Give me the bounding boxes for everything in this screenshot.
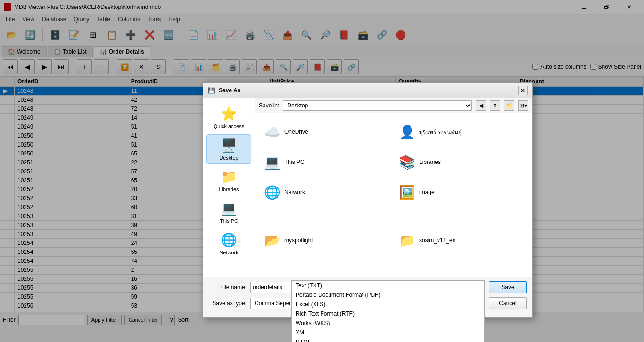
savetype-label: Save as type: bbox=[209, 300, 247, 307]
up-button[interactable]: ⬆ bbox=[490, 100, 500, 111]
file-user[interactable]: 👤 บุรินทร์ รจจนพันธุ์ bbox=[395, 118, 528, 146]
dropdown-rtf[interactable]: Rich Text Format (RTF) bbox=[292, 309, 484, 318]
dialog-close-button[interactable]: ✕ bbox=[518, 86, 528, 95]
savetype-dropdown[interactable]: Text (TXT) Portable Document Format (PDF… bbox=[291, 280, 485, 327]
dropdown-pdf[interactable]: Portable Document Format (PDF) bbox=[292, 290, 484, 300]
filename-label: File name: bbox=[209, 284, 247, 291]
file-onedrive[interactable]: ☁️ OneDrive bbox=[260, 118, 393, 146]
save-button[interactable]: Save bbox=[489, 281, 527, 293]
dialog-file-toolbar: Save in: Desktop ◀ ⬆ 📁 ⊞▾ bbox=[255, 98, 532, 113]
image-file-label: image bbox=[419, 189, 435, 195]
sidebar-quickaccess-label: Quick access bbox=[214, 123, 244, 129]
sosim-file-label: sosim_v11_en bbox=[419, 237, 455, 244]
onedrive-label: OneDrive bbox=[284, 129, 308, 135]
thispc-icon: 💻 bbox=[221, 201, 237, 216]
libraries-file-label: Libraries bbox=[419, 159, 441, 165]
sidebar-thispc-label: This PC bbox=[220, 218, 238, 224]
desktop-icon: 🖥️ bbox=[221, 138, 237, 153]
file-image[interactable]: 🖼️ image bbox=[395, 178, 528, 206]
dropdown-xls[interactable]: Excel (XLS) bbox=[292, 300, 484, 309]
dialog-title-left: 💾 Save As bbox=[208, 87, 240, 94]
dialog-icon: 💾 bbox=[208, 87, 215, 94]
sidebar-libraries[interactable]: 📁 Libraries bbox=[206, 166, 251, 195]
file-libraries[interactable]: 📚 Libraries bbox=[395, 148, 528, 176]
dialog-overlay: 💾 Save As ✕ ⭐ Quick access 🖥️ Desktop 📁 … bbox=[0, 0, 644, 327]
dialog-file-area: ☁️ OneDrive 👤 บุรินทร์ รจจนพันธุ์ 💻 This… bbox=[255, 113, 532, 277]
dropdown-wks[interactable]: Works (WKS) bbox=[292, 318, 484, 327]
myspotlight-file-label: myspotlight bbox=[284, 237, 313, 244]
dialog-main: Save in: Desktop ◀ ⬆ 📁 ⊞▾ ☁️ OneDrive bbox=[255, 98, 532, 277]
sidebar-libraries-label: Libraries bbox=[219, 187, 239, 192]
sosim-file-icon: 📁 bbox=[399, 233, 415, 248]
dialog-sidebar: ⭐ Quick access 🖥️ Desktop 📁 Libraries 💻 … bbox=[203, 98, 255, 277]
save-in-select[interactable]: Desktop bbox=[283, 100, 472, 111]
image-file-icon: 🖼️ bbox=[399, 185, 415, 200]
dropdown-txt[interactable]: Text (TXT) bbox=[292, 281, 484, 290]
dialog-title-text: Save As bbox=[219, 87, 240, 94]
file-sosim[interactable]: 📁 sosim_v11_en bbox=[395, 208, 528, 272]
network-file-label: Network bbox=[284, 189, 305, 195]
sidebar-network-label: Network bbox=[219, 250, 238, 255]
file-thispc[interactable]: 💻 This PC bbox=[260, 148, 393, 176]
thispc-file-label: This PC bbox=[284, 159, 305, 165]
thispc-file-icon: 💻 bbox=[264, 155, 281, 170]
user-label: บุรินทร์ รจจนพันธุ์ bbox=[419, 128, 462, 137]
user-icon: 👤 bbox=[399, 124, 415, 140]
quickaccess-icon: ⭐ bbox=[221, 106, 237, 122]
sidebar-thispc[interactable]: 💻 This PC bbox=[206, 197, 251, 227]
sidebar-desktop-label: Desktop bbox=[219, 155, 238, 161]
libraries-icon: 📁 bbox=[221, 169, 237, 185]
save-in-label: Save in: bbox=[259, 102, 279, 109]
network-icon: 🌐 bbox=[221, 232, 237, 248]
view-options-button[interactable]: ⊞▾ bbox=[518, 100, 528, 111]
sidebar-network[interactable]: 🌐 Network bbox=[206, 229, 251, 259]
libraries-file-icon: 📚 bbox=[399, 155, 415, 170]
cancel-button[interactable]: Cancel bbox=[489, 297, 527, 309]
back-button[interactable]: ◀ bbox=[476, 100, 486, 111]
onedrive-icon: ☁️ bbox=[264, 124, 281, 140]
myspotlight-file-icon: 📂 bbox=[264, 233, 281, 248]
dialog-title-bar: 💾 Save As ✕ bbox=[203, 83, 532, 98]
file-network[interactable]: 🌐 Network bbox=[260, 178, 393, 206]
dialog-body: ⭐ Quick access 🖥️ Desktop 📁 Libraries 💻 … bbox=[203, 98, 532, 277]
network-file-icon: 🌐 bbox=[264, 185, 281, 200]
sidebar-desktop[interactable]: 🖥️ Desktop bbox=[206, 134, 251, 164]
new-folder-button[interactable]: 📁 bbox=[504, 100, 514, 111]
file-myspotlight[interactable]: 📂 myspotlight bbox=[260, 208, 393, 272]
sidebar-quickaccess[interactable]: ⭐ Quick access bbox=[206, 103, 251, 132]
